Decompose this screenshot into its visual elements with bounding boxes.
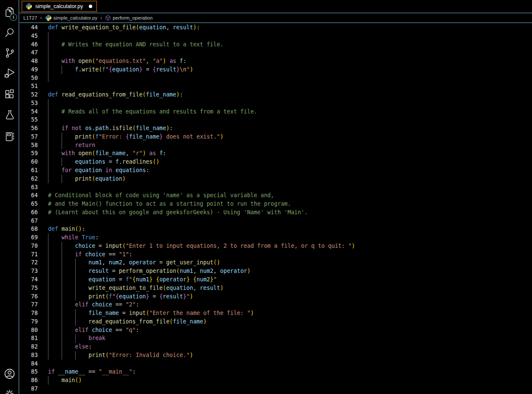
code-line-53[interactable]: 53 <box>20 99 532 108</box>
code-token: print <box>88 293 105 300</box>
code-line-65[interactable]: 65# and the Main() function to act as a … <box>20 200 532 208</box>
code-line-51[interactable]: 51 <box>20 82 532 91</box>
code-token: } <box>183 293 187 300</box>
code-line-74[interactable]: 74 equation = f"{num1} {operator} {num2}… <box>20 275 532 284</box>
code-line-64[interactable]: 64# Conditional block of code using 'nam… <box>20 191 532 200</box>
activity-bar-item-source-control[interactable] <box>0 45 19 61</box>
code-token: equation <box>88 276 116 283</box>
activity-bar-item-accounts[interactable] <box>0 366 19 382</box>
code-line-69[interactable]: 69 while True: <box>20 233 532 242</box>
line-number: 69 <box>20 233 38 242</box>
code-line-47[interactable]: 47 <box>20 48 532 57</box>
code-line-68[interactable]: 68def main(): <box>20 225 532 233</box>
code-line-86[interactable]: 86 main() <box>20 376 532 385</box>
code-line-80[interactable]: 80 elif choice == "q": <box>20 326 532 334</box>
code-token: equation <box>139 24 166 31</box>
code-line-55[interactable]: 55 <box>20 116 532 124</box>
code-line-54[interactable]: 54 # Reads all of the equations and resu… <box>20 108 532 116</box>
code-token <box>58 24 62 31</box>
activity-bar-item-extensions[interactable] <box>0 86 19 102</box>
code-line-57[interactable]: 57 print(f"Error: {file_name} does not e… <box>20 133 532 141</box>
code-token: if <box>62 125 68 131</box>
code-token <box>190 276 193 283</box>
code-token: print <box>88 352 105 358</box>
code-token: file_name <box>146 91 176 98</box>
breadcrumb-item-simple-calculator-py[interactable]: simple_calculator.py <box>45 14 98 21</box>
code-line-59[interactable]: 59 with open(file_name, "r") as f: <box>20 149 532 158</box>
code-line-72[interactable]: 72 num1, num2, operator = get_user_input… <box>20 258 532 267</box>
code-line-70[interactable]: 70 choice = input("Enter 1 to input equa… <box>20 242 532 250</box>
code-line-83[interactable]: 83 print("Error: Invalid choice.") <box>20 351 532 360</box>
breadcrumb-item-perform-operation[interactable]: perform_operation <box>105 15 153 21</box>
code-line-71[interactable]: 71 if choice == "1": <box>20 250 532 259</box>
tab-bar: simple_calculator.py <box>20 0 532 13</box>
code-line-52[interactable]: 52def read_equations_from_file(file_name… <box>20 91 532 99</box>
modified-indicator-dot[interactable] <box>89 5 92 8</box>
code-line-58[interactable]: 58 return <box>20 141 532 150</box>
activity-bar-item-testing[interactable] <box>0 107 19 123</box>
code-token: ) <box>190 352 193 358</box>
code-line-46[interactable]: 46 # Writes the equation AND result to a… <box>20 40 532 49</box>
code-line-76[interactable]: 76 print(f"{equation} = {result}") <box>20 292 532 301</box>
line-number: 71 <box>20 250 38 259</box>
code-line-60[interactable]: 60 equations = f.readlines() <box>20 158 532 166</box>
activity-bar-item-explorer[interactable]: 1 <box>0 3 19 20</box>
code-token <box>48 301 75 308</box>
code-token: ( <box>133 125 136 131</box>
code-line-50[interactable]: 50 <box>20 74 532 82</box>
code-token: = <box>109 268 119 274</box>
code-token: print <box>75 133 92 140</box>
code-line-63[interactable]: 63 <box>20 183 532 192</box>
code-token: input <box>129 310 146 316</box>
code-line-61[interactable]: 61 for equation in equations: <box>20 166 532 175</box>
code-line-78[interactable]: 78 file_name = input("Enter the name of … <box>20 309 532 317</box>
code-line-87[interactable]: 87 <box>20 385 532 393</box>
code-line-77[interactable]: 77 elif choice == "2": <box>20 300 532 309</box>
line-number: 50 <box>20 74 38 82</box>
line-number: 46 <box>20 40 38 49</box>
code-token: write_equation_to_file <box>62 24 136 31</box>
activity-bar-item-settings[interactable] <box>0 385 19 394</box>
code-line-85[interactable]: 85if __name__ == "__main__": <box>20 368 532 376</box>
code-token: file_name <box>129 133 159 140</box>
line-number: 85 <box>20 368 38 376</box>
code-line-82[interactable]: 82 else: <box>20 343 532 351</box>
code-line-content: print(f"{equation} = {result}") <box>48 292 193 301</box>
code-token: ) <box>220 285 224 291</box>
tab-simple-calculator[interactable]: simple_calculator.py <box>22 1 97 12</box>
code-editor[interactable]: 44def write_equation_to_file(equation, r… <box>20 23 532 393</box>
line-number: 68 <box>20 225 38 233</box>
activity-bar-item-search[interactable] <box>0 24 19 40</box>
code-line-66[interactable]: 66# (Learnt about this on google and gee… <box>20 208 532 217</box>
code-line-67[interactable]: 67 <box>20 217 532 225</box>
breadcrumb-item-l1t27[interactable]: L1T27 <box>23 15 37 20</box>
indent-guide <box>48 74 48 82</box>
code-line-81[interactable]: 81 break <box>20 334 532 343</box>
line-number: 80 <box>20 326 38 334</box>
code-line-content: with open(file_name, "r") as f: <box>48 149 166 158</box>
code-line-56[interactable]: 56 if not os.path.isfile(file_name): <box>20 124 532 133</box>
code-line-62[interactable]: 62 print(equation) <box>20 175 532 183</box>
code-token: , <box>122 259 129 266</box>
code-token: { <box>126 133 129 140</box>
code-line-49[interactable]: 49 f.write(f"{equation} = {result}\n") <box>20 65 532 74</box>
line-number: 76 <box>20 292 38 301</box>
line-number: 78 <box>20 309 38 317</box>
code-line-75[interactable]: 75 write_equation_to_file(equation, resu… <box>20 284 532 292</box>
code-line-44[interactable]: 44def write_equation_to_file(equation, r… <box>20 23 532 32</box>
activity-bar-item-run-and-debug[interactable] <box>0 65 19 81</box>
code-token: while <box>62 234 79 241</box>
code-line-84[interactable]: 84 <box>20 360 532 368</box>
code-line-79[interactable]: 79 read_equations_from_file(file_name) <box>20 317 532 326</box>
line-number: 77 <box>20 300 38 309</box>
code-line-45[interactable]: 45 <box>20 32 532 40</box>
code-token: , <box>193 285 200 291</box>
code-line-73[interactable]: 73 result = perform_operation(num1, num2… <box>20 267 532 275</box>
activity-bar-item-notebook[interactable] <box>0 128 19 145</box>
code-token: # and the Main() function to act as a st… <box>48 201 291 207</box>
code-line-48[interactable]: 48 with open("equations.txt", "a") as f: <box>20 57 532 65</box>
code-token: ( <box>105 293 109 300</box>
code-token: in <box>105 167 112 173</box>
code-line-content: elif choice == "2": <box>48 300 139 309</box>
code-token: # (Learnt about this on google and geeks… <box>48 209 308 215</box>
